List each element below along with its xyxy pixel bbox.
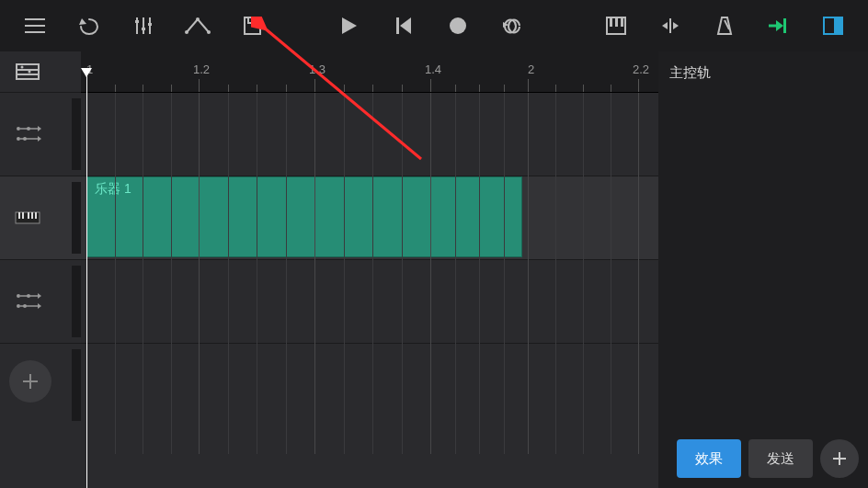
- track-row[interactable]: [81, 93, 658, 176]
- svg-point-49: [27, 294, 30, 298]
- ruler-label: 1.2: [193, 62, 210, 76]
- svg-rect-21: [783, 18, 786, 33]
- track-list-header[interactable]: [0, 51, 81, 93]
- ruler-label: 1.3: [309, 62, 326, 76]
- svg-rect-6: [135, 20, 139, 23]
- svg-point-9: [185, 30, 188, 34]
- track-header-2[interactable]: [0, 176, 81, 260]
- ruler-label: 2.2: [633, 62, 649, 76]
- svg-rect-17: [615, 17, 618, 27]
- svg-rect-42: [35, 212, 37, 219]
- svg-rect-7: [142, 28, 145, 30]
- track-header-3[interactable]: [0, 260, 81, 344]
- save-icon[interactable]: [224, 0, 279, 51]
- inspector-panel: 主控轨 效果 发送: [658, 51, 868, 488]
- level-meter: [72, 98, 81, 170]
- add-track-button[interactable]: [9, 360, 51, 403]
- svg-point-35: [27, 127, 30, 131]
- export-icon[interactable]: [752, 0, 806, 51]
- top-toolbar: [0, 0, 868, 51]
- midi-clip[interactable]: 乐器 1: [86, 176, 522, 257]
- level-meter: [72, 349, 81, 421]
- level-meter: [72, 266, 81, 337]
- track-row[interactable]: [81, 344, 658, 454]
- timeline-area[interactable]: 1 1.2 1.3 1.4 2 2.2 乐器 1: [81, 51, 658, 488]
- svg-point-11: [207, 30, 211, 34]
- svg-rect-18: [621, 17, 623, 27]
- svg-point-46: [17, 304, 20, 308]
- svg-marker-31: [38, 126, 41, 131]
- loop-icon[interactable]: [485, 0, 540, 51]
- svg-point-14: [450, 17, 466, 34]
- record-icon[interactable]: [431, 0, 485, 51]
- time-ruler[interactable]: 1 1.2 1.3 1.4 2 2.2: [81, 51, 658, 93]
- svg-rect-12: [248, 17, 256, 23]
- svg-point-36: [23, 137, 27, 141]
- panel-icon[interactable]: [806, 0, 861, 51]
- automation-icon[interactable]: [170, 0, 224, 51]
- track-header-column: [0, 51, 81, 488]
- play-icon[interactable]: [322, 0, 376, 51]
- metronome-icon[interactable]: [698, 0, 752, 51]
- svg-marker-45: [38, 293, 41, 299]
- mixer-icon[interactable]: [116, 0, 170, 51]
- undo-icon[interactable]: [62, 0, 116, 51]
- svg-point-50: [23, 304, 27, 308]
- ruler-label: 2: [528, 62, 534, 76]
- svg-rect-23: [834, 18, 841, 33]
- effects-button[interactable]: 效果: [677, 439, 741, 478]
- svg-rect-38: [18, 212, 20, 219]
- level-meter: [72, 182, 81, 254]
- svg-rect-40: [28, 212, 29, 219]
- svg-rect-41: [31, 212, 33, 219]
- svg-point-27: [21, 66, 24, 69]
- svg-rect-16: [610, 17, 612, 27]
- svg-point-28: [29, 71, 31, 74]
- ruler-label: 1.4: [425, 62, 441, 76]
- track-row[interactable]: [81, 260, 658, 344]
- svg-point-29: [17, 127, 20, 131]
- piano-icon[interactable]: [589, 0, 644, 51]
- svg-rect-8: [148, 23, 152, 26]
- snap-icon[interactable]: [644, 0, 698, 51]
- track-header-1[interactable]: [0, 93, 81, 176]
- menu-icon[interactable]: [7, 0, 62, 51]
- rewind-icon[interactable]: [377, 0, 431, 51]
- svg-point-10: [196, 17, 200, 21]
- track-row[interactable]: 乐器 1: [81, 176, 658, 260]
- tracks-grid: 乐器 1: [81, 93, 658, 454]
- svg-rect-13: [396, 17, 399, 34]
- svg-rect-39: [22, 212, 24, 219]
- inspector-title: 主控轨: [658, 51, 868, 93]
- svg-marker-48: [38, 303, 41, 309]
- send-button[interactable]: 发送: [748, 439, 813, 478]
- svg-rect-24: [17, 64, 39, 79]
- svg-point-43: [17, 294, 20, 298]
- clip-label: 乐器 1: [95, 181, 131, 196]
- svg-marker-34: [38, 136, 41, 142]
- playhead[interactable]: [86, 70, 87, 488]
- svg-point-32: [17, 137, 20, 141]
- add-button[interactable]: [820, 439, 859, 478]
